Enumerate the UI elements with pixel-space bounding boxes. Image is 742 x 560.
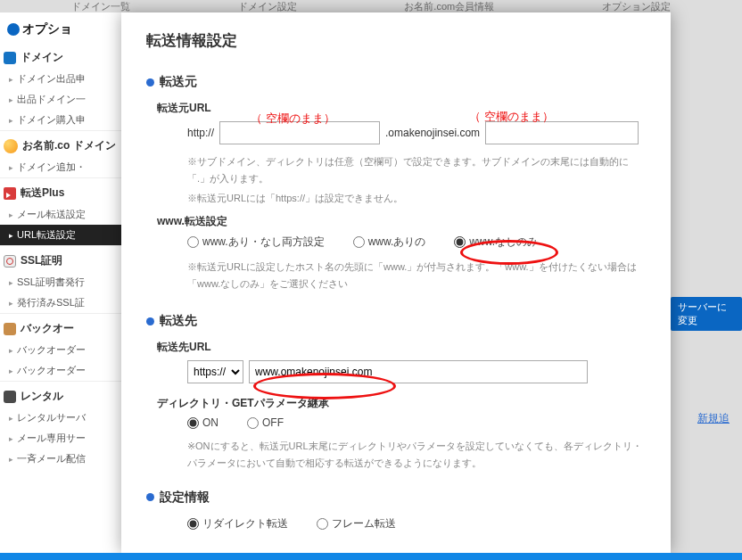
sidebar-item[interactable]: SSL証明書発行	[0, 272, 124, 292]
sidebar-item[interactable]: ドメイン追加・	[0, 157, 124, 177]
annotation-blank-1: （ 空欄のまま）	[251, 111, 335, 127]
inherit-off[interactable]: OFF	[247, 416, 284, 429]
sidebar-item[interactable]: ドメイン出品申	[0, 69, 124, 89]
ssl-icon	[4, 255, 16, 268]
sidebar-item[interactable]: 一斉メール配信	[0, 449, 124, 469]
modal-title: 転送情報設定	[146, 30, 646, 51]
back-icon	[4, 323, 16, 335]
forward-settings-modal: 転送情報設定 転送元 転送元URL http:// .omakenojinsei…	[121, 12, 671, 553]
www-radio-row: www.あり・なし両方設定 www.ありの www.なしのみ	[187, 235, 646, 250]
sidebar-group-ssl[interactable]: SSL証明	[0, 245, 124, 272]
sidebar-item[interactable]: レンタルサーバ	[0, 408, 124, 428]
inherit-note: ※ONにすると、転送元URL末尾にディレクトリやパラメータを設定していなくても、…	[187, 438, 646, 471]
frame-option[interactable]: フレーム転送	[317, 516, 396, 531]
source-url-label: 転送元URL	[157, 101, 646, 116]
settings-heading: 設定情報	[146, 490, 646, 506]
www-option-both[interactable]: www.あり・なし両方設定	[187, 235, 325, 250]
sidebar-item[interactable]: メール専用サー	[0, 428, 124, 449]
top-nav: ドメイン一覧 ドメイン設定 お名前.com会員情報 オプション設定	[0, 0, 742, 12]
sidebar-item[interactable]: URL転送設定	[0, 225, 124, 245]
rental-icon	[4, 391, 16, 403]
plus-icon	[4, 187, 16, 200]
www-heading: www.転送設定	[157, 214, 646, 229]
server-change-button[interactable]: サーバーに変更	[671, 297, 742, 331]
sidebar-option-header: オプショ	[0, 16, 124, 43]
annotation-blank-2: （ 空欄のまま）	[469, 109, 554, 125]
sidebar-group-back[interactable]: バックオー	[0, 313, 124, 340]
annotation-ellipse-dest	[253, 373, 396, 399]
sidebar-item[interactable]: バックオーダー	[0, 360, 124, 381]
inherit-label: ディレクトリ・GETパラメータ継承	[157, 396, 646, 411]
sidebar-item[interactable]: メール転送設定	[0, 204, 124, 225]
source-note-1: ※サブドメイン、ディレクトリは任意（空欄可）で設定できます。サブドメインの末尾に…	[187, 153, 646, 186]
annotation-ellipse-www	[460, 240, 558, 265]
onamae-icon	[4, 139, 18, 153]
sidebar-item[interactable]: 発行済みSSL証	[0, 292, 124, 313]
inherit-radio-row: ON OFF	[187, 416, 646, 429]
option-icon	[7, 23, 20, 36]
redirect-option[interactable]: リダイレクト転送	[187, 516, 288, 531]
settings-radio-row: リダイレクト転送 フレーム転送	[187, 516, 646, 531]
sidebar-group-plus[interactable]: 転送Plus	[0, 177, 124, 204]
sidebar-item[interactable]: 出品ドメイン一	[0, 89, 124, 110]
dest-protocol-select[interactable]: https://	[187, 360, 243, 383]
sidebar-group-rental[interactable]: レンタル	[0, 381, 124, 408]
source-note-2: ※転送元URLには「https://」は設定できません。	[187, 190, 646, 207]
new-add-link[interactable]: 新規追	[697, 411, 730, 426]
dest-heading: 転送先	[146, 313, 646, 329]
sidebar: オプショ ドメインドメイン出品申出品ドメイン一ドメイン購入申お名前.co ドメイ…	[0, 12, 125, 560]
sidebar-group-domain[interactable]: ドメイン	[0, 43, 124, 69]
sidebar-item[interactable]: ドメイン購入申	[0, 110, 124, 130]
inherit-on[interactable]: ON	[187, 416, 218, 429]
domain-icon	[4, 52, 16, 64]
bottom-bar	[0, 553, 742, 560]
www-note: ※転送元URLに設定したホスト名の先頭に「www.」が付与されます。「www.」…	[187, 259, 646, 292]
dest-url-label: 転送先URL	[157, 340, 646, 355]
sidebar-item[interactable]: バックオーダー	[0, 340, 124, 360]
source-heading: 転送元	[146, 74, 646, 90]
www-option-with[interactable]: www.ありの	[353, 235, 426, 250]
dest-url-row: https://	[187, 360, 646, 383]
sidebar-group-onamae[interactable]: お名前.co ドメイン	[0, 130, 124, 157]
